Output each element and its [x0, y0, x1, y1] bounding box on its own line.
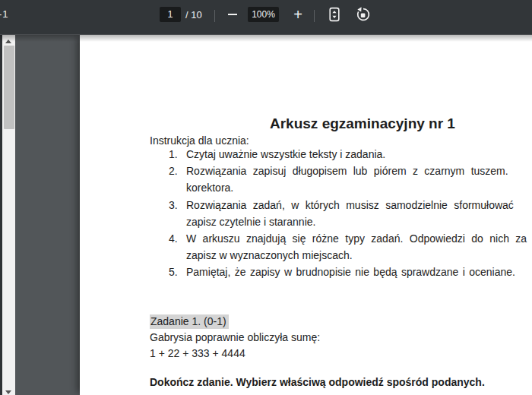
rotate-counterclockwise-icon	[355, 6, 372, 23]
instruction-text: Czytaj uważnie wszystkie teksty i zadani…	[186, 146, 385, 163]
document-title-fragment: -1	[0, 8, 9, 20]
instruction-number: 1.	[150, 146, 186, 163]
instruction-text: W arkuszu znajdują się różne typy zadań.…	[186, 230, 527, 264]
pdf-page: Arkusz egzaminacyjny nr 1 Instrukcja dla…	[80, 35, 532, 395]
instruction-line: zapisz czytelnie i starannie.	[186, 213, 514, 230]
instructions-intro: Instrukcja dla ucznia:	[150, 134, 249, 147]
fit-to-page-icon	[326, 6, 343, 23]
task-bold-instruction: Dokończ zdanie. Wybierz właściwą odpowie…	[150, 376, 485, 388]
instruction-line: Pamiętaj, że zapisy w brudnopisie nie bę…	[186, 264, 515, 280]
instruction-item: 4.W arkuszu znajdują się różne typy zada…	[150, 230, 527, 264]
page-count-label: / 10	[185, 9, 202, 21]
up-arrow-icon[interactable]	[5, 40, 11, 43]
zoom-level-display: 100%	[248, 7, 279, 22]
instruction-line: W arkuszu znajdują się różne typy zadań.…	[186, 230, 527, 247]
instruction-number: 4.	[150, 230, 186, 264]
zoom-in-button[interactable]: +	[290, 6, 306, 23]
page-number-input[interactable]: 1	[160, 7, 181, 22]
toolbar-divider	[314, 10, 315, 22]
instructions-list: 1.Czytaj uważnie wszystkie teksty i zada…	[150, 146, 527, 281]
toolbar-divider	[214, 10, 215, 22]
scrollbar-thumb[interactable]	[4, 46, 14, 129]
instruction-item: 1.Czytaj uważnie wszystkie teksty i zada…	[150, 146, 527, 163]
instruction-line: korektora.	[186, 179, 508, 196]
instruction-item: 3.Rozwiązania zadań, w których musisz sa…	[150, 197, 527, 230]
instruction-number: 5.	[150, 264, 186, 280]
rotate-button[interactable]	[355, 6, 372, 23]
document-heading: Arkusz egzaminacyjny nr 1	[270, 115, 455, 132]
fit-to-page-button[interactable]	[326, 6, 343, 23]
instruction-number: 2.	[150, 163, 186, 196]
instruction-number: 3.	[150, 197, 186, 230]
instruction-text: Rozwiązania zadań, w których musisz samo…	[186, 197, 514, 230]
task-sum-line: 1 + 22 + 333 + 4444	[150, 346, 320, 362]
instruction-line: Rozwiązania zapisuj długopisem lub pióre…	[186, 163, 508, 179]
zoom-out-button[interactable]	[224, 6, 241, 23]
instruction-text: Rozwiązania zapisuj długopisem lub pióre…	[186, 163, 508, 196]
instruction-line: Czytaj uważnie wszystkie teksty i zadani…	[186, 146, 385, 163]
down-arrow-icon[interactable]	[5, 390, 11, 394]
minus-icon	[228, 14, 237, 15]
instruction-item: 2.Rozwiązania zapisuj długopisem lub pió…	[150, 163, 527, 196]
instruction-text: Pamiętaj, że zapisy w brudnopisie nie bę…	[186, 264, 515, 280]
vertical-scrollbar[interactable]	[2, 35, 15, 395]
task-text-line: Gabrysia poprawnie obliczyła sumę:	[150, 330, 320, 346]
instruction-line: zapisz w wyznaczonych miejscach.	[186, 247, 527, 264]
instruction-line: Rozwiązania zadań, w których musisz samo…	[186, 197, 514, 213]
task-block: Zadanie 1. (0-1) Gabrysia poprawnie obli…	[150, 314, 320, 362]
pdf-toolbar: -1 1 / 10 100% +	[0, 0, 532, 35]
task-label-highlighted: Zadanie 1. (0-1)	[150, 314, 229, 329]
instruction-item: 5.Pamiętaj, że zapisy w brudnopisie nie …	[150, 264, 527, 280]
pdf-viewer-window: -1 1 / 10 100% +	[0, 0, 532, 395]
